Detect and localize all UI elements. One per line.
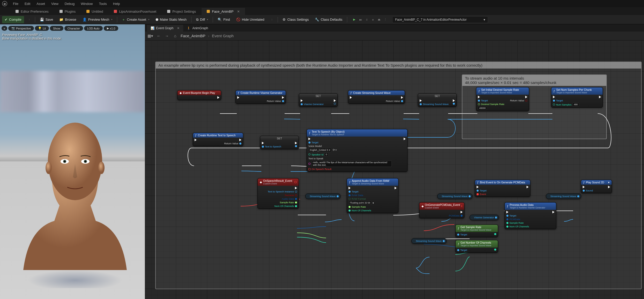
raw-format-input[interactable]: Floating point 32-bit	[349, 201, 372, 205]
node-bind-event[interactable]: ƒBind Event to On Generate PCMData Targe…	[475, 180, 530, 197]
show-dropdown[interactable]: Show	[50, 26, 63, 31]
menu-file[interactable]: File	[10, 2, 21, 6]
node-set-streaming-wave[interactable]: SET Streaming Sound Wave	[418, 93, 457, 107]
tab-plugins[interactable]: Plugins	[54, 8, 81, 15]
node-set-viseme[interactable]: SET Viseme Generator	[299, 93, 338, 107]
node-var-streaming-wave-2[interactable]: Streaming Sound Wave	[437, 193, 472, 199]
tab-event-graph[interactable]: 📊Event Graph✕	[147, 25, 183, 32]
compile-button[interactable]: ✔Compile	[2, 16, 24, 23]
folder-icon: 📁	[59, 18, 63, 21]
compile-dropdown[interactable]: ⋮	[25, 16, 33, 23]
close-icon[interactable]: ✕	[237, 10, 240, 13]
node-tts-by-object[interactable]: ƒText To Speech (By Object)Target is Run…	[307, 129, 408, 172]
tab-face-animbp[interactable]: Face_AnimBP✕	[202, 8, 245, 15]
character-dropdown[interactable]: Character	[64, 26, 83, 31]
chevron-down-icon[interactable]: ▾	[608, 181, 610, 184]
viewport-pane[interactable]: ≡ 📷Perspective 💡Lit Show Character LOD A…	[0, 24, 145, 299]
node-set-initial-rate[interactable]: ƒSet Initial Desired Sample RateTarget i…	[476, 87, 529, 111]
node-on-speech-event[interactable]: ◆OnSpeechResult_EventCustom Event Text t…	[257, 178, 299, 209]
tab-anim-graph[interactable]: 🚶AnimGraph	[183, 25, 212, 32]
play-button[interactable]: ▶	[351, 17, 357, 23]
node-create-streaming-wave[interactable]: ƒCreate Streaming Sound Wave Return Valu…	[348, 90, 405, 104]
menu-tools[interactable]: Tools	[96, 2, 110, 6]
debug-object-dropdown[interactable]: Face_AnimBP_C_7 in AnimationEditorPrevie…	[392, 16, 488, 23]
menu-window[interactable]: Window	[78, 2, 96, 6]
lod-dropdown[interactable]: LOD Auto	[84, 26, 103, 31]
node-var-streaming-wave-1[interactable]: Streaming Sound Wave	[305, 193, 340, 199]
find-button[interactable]: 🔍Find	[215, 16, 232, 23]
eject-button[interactable]: ⏏	[376, 17, 382, 23]
node-var-streaming-wave-3[interactable]: Streaming Sound Wave	[546, 193, 581, 199]
class-defaults-button[interactable]: 🔧Class Defaults	[312, 16, 345, 23]
breadcrumb-asset[interactable]: Face_AnimBP	[181, 34, 205, 38]
diff-dropdown[interactable]: ⧉Diff▾	[194, 16, 211, 23]
node-get-sample-rate[interactable]: ƒGet Sample RateTarget is Imported Sound…	[455, 225, 498, 237]
tab-untitled[interactable]: Untitled	[81, 8, 108, 15]
node-var-viseme-generator[interactable]: Viseme Generator	[470, 215, 499, 220]
menu-asset[interactable]: Asset	[33, 2, 48, 6]
class-settings-label: Class Settings	[287, 18, 309, 21]
class-settings-button[interactable]: ⚙Class Settings	[280, 16, 311, 23]
hide-unrelated-label: Hide Unrelated	[242, 18, 264, 21]
tab-lips-pose-asset[interactable]: LipsAnimationPoseAsset	[109, 8, 161, 15]
hide-unrelated-dropdown[interactable]: ⋮	[268, 16, 276, 23]
pin-label: On Speech Result	[312, 168, 331, 170]
node-process-audio[interactable]: ƒProcess Audio DataTarget is Runtime Vis…	[505, 202, 556, 229]
node-begin-play[interactable]: ◆Event Blueprint Begin Play	[177, 90, 221, 100]
pin-label: Return Value	[224, 142, 238, 145]
node-create-tts[interactable]: ƒCreate Runtime Text to Speech Return Va…	[193, 133, 243, 146]
node-append-audio[interactable]: ƒAppend Audio Data From RAWTarget is Str…	[347, 178, 398, 213]
node-on-pcm-event[interactable]: ◆OnGeneratePCMData_EventCustom Event PCM…	[419, 202, 464, 218]
stop-button[interactable]: ■	[370, 17, 376, 23]
func-icon: ƒ	[195, 134, 197, 137]
body-split: ≡ 📷Perspective 💡Lit Show Character LOD A…	[0, 24, 644, 299]
node-subtitle: Target is Runtime Viseme Generator	[510, 206, 545, 209]
pin-label: Event	[480, 193, 486, 196]
desired-rate-input[interactable]: 48000	[478, 106, 487, 110]
step-button[interactable]: ⏭	[358, 17, 363, 23]
pin-label: Speaker Id	[312, 153, 323, 156]
node-play-sound-2d[interactable]: ƒPlay Sound 2D▾ Sound	[581, 180, 612, 193]
func-icon: ƒ	[553, 89, 555, 93]
save-button[interactable]: 💾Save	[37, 16, 56, 23]
voice-model-input[interactable]: English_(United S ▾	[308, 148, 332, 152]
menu-edit[interactable]: Edit	[21, 2, 33, 6]
node-create-viseme[interactable]: ƒCreate Runtime Viseme Generator Return …	[235, 90, 286, 104]
num-samples-input[interactable]: 480	[573, 103, 579, 106]
tab-editor-prefs[interactable]: Editor Preferences	[10, 8, 54, 15]
pin-label: Voice Model	[308, 145, 322, 147]
func-icon: ƒ	[477, 181, 479, 184]
graph-tab-bar: 📊Event Graph✕ 🚶AnimGraph	[145, 24, 644, 32]
node-set-num-samples[interactable]: ƒSet Num Samples Per ChunkTarget is Impo…	[551, 87, 603, 108]
pause-button[interactable]: ⏸	[364, 17, 369, 23]
lit-dropdown[interactable]: 💡Lit	[35, 26, 49, 31]
text-to-speak-input[interactable]: Hello, world! The lips of the MetaHuman …	[312, 161, 392, 167]
pin-label: Sample Rate	[280, 201, 294, 204]
create-asset-label: Create Asset	[127, 18, 146, 21]
browse-button[interactable]: 📁Browse	[57, 16, 79, 23]
viewport-canvas[interactable]	[0, 24, 145, 299]
close-icon[interactable]: ✕	[177, 26, 180, 30]
menu-view[interactable]: View	[48, 2, 62, 6]
nav-back-button[interactable]: ←	[156, 33, 161, 39]
perspective-dropdown[interactable]: 📷Perspective	[8, 26, 34, 31]
graph-menu-button[interactable]: ▦▾	[147, 33, 153, 39]
graph-home-button[interactable]: ⌂	[172, 33, 178, 39]
node-set-tts[interactable]: SET Text to Speech	[260, 136, 299, 149]
hide-unrelated-button[interactable]: 🚫Hide Unrelated	[234, 16, 267, 23]
pin-label: Text to Speak	[308, 157, 323, 160]
menu-debug[interactable]: Debug	[62, 2, 78, 6]
play-options-dropdown[interactable]: ⋮	[382, 17, 388, 23]
tab-project-settings[interactable]: Project Settings	[162, 8, 201, 15]
graph-canvas[interactable]: An example where lip sync is performed d…	[145, 40, 644, 299]
menu-help[interactable]: Help	[110, 2, 123, 6]
viewport-options-button[interactable]: ≡	[2, 26, 7, 31]
node-get-num-channels[interactable]: ƒGet Number Of ChannelsTarget is Importe…	[455, 240, 498, 253]
node-var-streaming-wave-4[interactable]: Streaming Sound Wave	[411, 238, 447, 244]
create-asset-dropdown[interactable]: ＋Create Asset▾	[119, 16, 152, 23]
speaker-id-input[interactable]: 0	[324, 153, 328, 156]
nav-forward-button[interactable]: →	[164, 33, 170, 39]
preview-mesh-dropdown[interactable]: 👤Preview Mesh▾	[80, 16, 115, 23]
playrate-dropdown[interactable]: ▶x1.0	[104, 26, 119, 31]
make-static-mesh-button[interactable]: ⬢Make Static Mesh	[153, 16, 189, 23]
